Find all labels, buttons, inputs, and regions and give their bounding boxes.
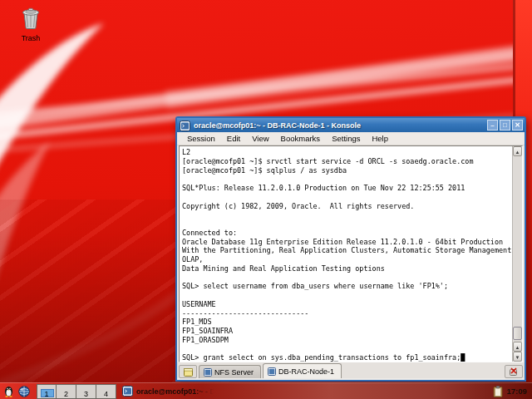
konsole-icon: [122, 386, 133, 397]
new-session-button[interactable]: [179, 365, 197, 378]
terminal-line: [oracle@mcofp01 ~]$ sqlplus / as sysdba: [182, 166, 512, 175]
konsole-task-button[interactable]: oracle@mcofp01:~ - D: [122, 384, 220, 399]
trash-label: Trash: [10, 34, 52, 42]
close-session-button[interactable]: [505, 365, 523, 378]
trash-desktop-icon[interactable]: Trash: [10, 7, 52, 42]
pager-desktop-2[interactable]: 2: [57, 384, 76, 399]
scroll-up-icon-bottom[interactable]: ▲: [513, 342, 522, 352]
globe-app-icon[interactable]: [17, 385, 31, 398]
minimize-button[interactable]: –: [487, 120, 498, 131]
terminal-line: [182, 210, 512, 219]
close-button[interactable]: ✕: [512, 120, 523, 131]
pager-desktop-4[interactable]: 4: [96, 384, 116, 399]
terminal-line: [182, 193, 512, 202]
tab-label: DB-RAC-Node-1: [278, 367, 334, 376]
menu-settings[interactable]: Settings: [326, 134, 366, 143]
terminal-tab-icon: [204, 368, 212, 377]
pager-desktop-1[interactable]: 1: [37, 384, 57, 399]
terminal-line: Connected to:: [182, 229, 512, 238]
terminal-frame: L2[oracle@mcofp01 ~]$ srvctl start servi…: [179, 145, 523, 362]
scroll-down-icon[interactable]: ▼: [513, 352, 522, 362]
terminal-line: SQL> select username from dba_users wher…: [182, 282, 512, 291]
terminal-line: L2: [182, 148, 512, 157]
terminal-line: With the Partitioning, Real Application …: [182, 246, 512, 255]
close-session-icon: [509, 367, 519, 377]
scrollbar-thumb[interactable]: [513, 327, 522, 340]
terminal-line: [182, 345, 512, 354]
tab-nfs-server[interactable]: NFS Server: [199, 365, 261, 378]
terminal-line: [182, 273, 512, 283]
konsole-icon: [180, 120, 190, 131]
menu-bookmarks[interactable]: Bookmarks: [275, 134, 327, 143]
menu-view[interactable]: View: [246, 134, 274, 143]
clipboard-tray-icon[interactable]: [491, 385, 505, 398]
task-button-label: oracle@mcofp01:~ - D: [136, 387, 215, 396]
terminal-line: OLAP,: [182, 255, 512, 264]
menu-session[interactable]: Session: [181, 134, 221, 143]
terminal-line: [182, 219, 512, 229]
terminal-line: [182, 175, 512, 184]
terminal-line: [182, 291, 512, 300]
terminal-screen[interactable]: L2[oracle@mcofp01 ~]$ srvctl start servi…: [180, 146, 512, 362]
terminal-line: FP1_ORASDPM: [182, 336, 512, 345]
window-title: oracle@mcofp01:~ - DB-RAC-Node-1 - Konso…: [194, 121, 484, 130]
window-buttons: – □ ✕: [487, 120, 523, 131]
terminal-line: Copyright (c) 1982, 2009, Oracle. All ri…: [182, 202, 512, 211]
terminal-tab-icon: [268, 367, 276, 376]
terminal-line: Data Mining and Real Application Testing…: [182, 264, 512, 273]
pager-desktop-3[interactable]: 3: [76, 384, 96, 399]
menu-help[interactable]: Help: [366, 134, 394, 143]
terminal-line: USERNAME: [182, 300, 512, 309]
terminal-line: ------------------------------: [182, 309, 512, 318]
terminal-line: FP1_SOAINFRA: [182, 327, 512, 336]
konsole-window: oracle@mcofp01:~ - DB-RAC-Node-1 - Konso…: [175, 116, 526, 382]
window-titlebar[interactable]: oracle@mcofp01:~ - DB-RAC-Node-1 - Konso…: [177, 118, 525, 132]
menu-edit[interactable]: Edit: [221, 134, 246, 143]
terminal-line: Oracle Database 11g Enterprise Edition R…: [182, 238, 512, 247]
scroll-up-icon[interactable]: ▲: [513, 146, 522, 156]
terminal-line: SQL*Plus: Release 11.2.0.1.0 Production …: [182, 184, 512, 193]
tab-bar: NFS Server DB-RAC-Node-1: [177, 362, 525, 378]
taskbar-clock[interactable]: 17:09: [507, 387, 529, 396]
taskbar: 1 2 3 4 oracle@mcofp01:~ - D 17:09: [0, 382, 532, 399]
desktop-pager: 1 2 3 4: [37, 384, 116, 399]
terminal-line: [oracle@mcofp01 ~]$ srvctl start service…: [182, 157, 512, 166]
tab-label: NFS Server: [214, 368, 254, 377]
trash-icon: [20, 7, 42, 29]
tab-db-rac-node-1[interactable]: DB-RAC-Node-1: [263, 363, 342, 378]
maximize-button[interactable]: □: [500, 120, 510, 131]
penguin-app-icon[interactable]: [2, 385, 15, 398]
terminal-line: SQL> grant select on sys.dba_pending_tra…: [182, 353, 512, 362]
terminal-scrollbar[interactable]: ▲ ▲ ▼: [512, 146, 522, 362]
new-session-icon: [184, 367, 193, 377]
menu-bar: Session Edit View Bookmarks Settings Hel…: [177, 132, 525, 145]
terminal-line: FP1_MDS: [182, 318, 512, 327]
